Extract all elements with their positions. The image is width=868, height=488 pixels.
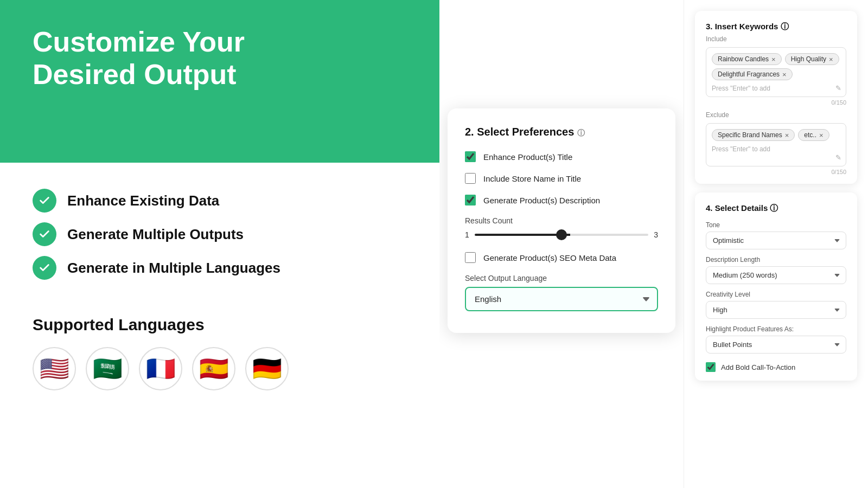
tag-high-quality-label: High Quality (791, 55, 826, 63)
keywords-exclude-area[interactable]: Specific Brand Names × etc.. × Press "En… (706, 123, 846, 166)
include-placeholder: Press "Enter" to add (712, 84, 840, 93)
checkbox-enhance-title-input[interactable] (465, 151, 476, 162)
tone-label: Tone (706, 221, 846, 229)
tone-select[interactable]: Optimistic Formal Casual Professional (706, 232, 846, 249)
checkbox-seo-meta[interactable]: Generate Product(s) SEO Meta Data (465, 252, 658, 263)
language-select-label: Select Output Language (465, 274, 658, 282)
supported-languages-title: Supported Languages (33, 316, 407, 334)
desc-length-select[interactable]: Short (100 words) Medium (250 words) Lon… (706, 266, 846, 284)
checkbox-seo-meta-label: Generate Product(s) SEO Meta Data (483, 253, 616, 262)
results-count-slider[interactable] (475, 234, 648, 236)
language-select[interactable]: English Arabic French Spanish German (465, 287, 658, 311)
tag-high-quality-remove[interactable]: × (829, 56, 833, 63)
tag-specific-brand-names[interactable]: Specific Brand Names × (712, 129, 795, 141)
keywords-exclude-label: Exclude (706, 111, 846, 119)
details-section-title: 4. Select Details ⓘ (706, 203, 846, 214)
preferences-info-icon[interactable]: ⓘ (577, 129, 585, 137)
include-edit-icon: ✎ (835, 84, 841, 92)
checkbox-enhance-title[interactable]: Enhance Product(s) Title (465, 151, 658, 162)
feature-label-multiple-outputs: Generate Multiple Outputs (67, 226, 244, 243)
check-icon-multiple-languages (33, 256, 56, 280)
main-title: Customize Your Desired Output (33, 26, 407, 91)
slider-max: 3 (654, 230, 658, 239)
preferences-card: 2. Select Preferences ⓘ Enhance Product(… (448, 108, 675, 333)
flag-sa: 🇸🇦 (86, 347, 129, 390)
middle-panel: 2. Select Preferences ⓘ Enhance Product(… (439, 0, 684, 488)
check-icon-multiple-outputs (33, 222, 56, 246)
bold-cta-label: Add Bold Call-To-Action (721, 363, 795, 371)
features-section: Enhance Existing Data Generate Multiple … (0, 163, 439, 280)
feature-label-enhance: Enhance Existing Data (67, 192, 219, 209)
feature-item-enhance: Enhance Existing Data (33, 189, 407, 213)
checkbox-store-name[interactable]: Include Store Name in Title (465, 173, 658, 184)
keywords-section-num: 3. (706, 22, 713, 31)
keywords-title: Insert Keywords (715, 22, 778, 31)
keywords-section-title: 3. Insert Keywords ⓘ (706, 22, 846, 32)
details-title: Select Details (715, 203, 768, 213)
main-title-line1: Customize Your (33, 26, 245, 57)
exclude-placeholder: Press "Enter" to add (712, 144, 840, 154)
tag-delightful-fragrances-label: Delightful Fragrances (718, 70, 780, 78)
bold-cta-row[interactable]: Add Bold Call-To-Action (706, 362, 846, 372)
tag-rainbow-candles-remove[interactable]: × (771, 56, 776, 63)
include-tags-row: Rainbow Candles × High Quality × Delight… (712, 53, 840, 80)
left-panel: Customize Your Desired Output Enhance Ex… (0, 0, 439, 488)
tag-delightful-fragrances-remove[interactable]: × (782, 71, 787, 78)
details-card: 4. Select Details ⓘ Tone Optimistic Form… (695, 192, 857, 381)
flag-de: 🇩🇪 (245, 347, 289, 390)
tag-etc-label: etc.. (804, 131, 816, 139)
checkbox-generate-desc-input[interactable] (465, 195, 476, 206)
right-panel: 3. Insert Keywords ⓘ Include Rainbow Can… (684, 0, 868, 488)
exclude-tags-row: Specific Brand Names × etc.. × (712, 129, 840, 141)
highlight-label: Highlight Product Features As: (706, 325, 846, 333)
bold-cta-checkbox[interactable] (706, 362, 716, 372)
creativity-select[interactable]: Low Medium High (706, 301, 846, 319)
checkbox-enhance-title-label: Enhance Product(s) Title (483, 152, 572, 162)
include-char-count: 0/150 (706, 99, 846, 106)
details-section-num: 4. (706, 203, 713, 213)
checkbox-store-name-label: Include Store Name in Title (483, 174, 581, 183)
flag-us: 🇺🇸 (33, 347, 76, 390)
tag-rainbow-candles-label: Rainbow Candles (718, 55, 769, 63)
preferences-section-num: 2. (465, 126, 474, 138)
checkbox-store-name-input[interactable] (465, 173, 476, 184)
tag-specific-brand-names-remove[interactable]: × (785, 132, 789, 139)
tag-etc[interactable]: etc.. × (798, 129, 829, 141)
check-icon-enhance (33, 189, 56, 213)
tag-high-quality[interactable]: High Quality × (785, 53, 839, 65)
creativity-label: Creativity Level (706, 291, 846, 298)
slider-min: 1 (465, 230, 469, 239)
languages-section: Supported Languages 🇺🇸 🇸🇦 🇫🇷 🇪🇸 🇩🇪 (0, 290, 439, 390)
checkbox-generate-desc[interactable]: Generate Product(s) Description (465, 195, 658, 206)
tag-rainbow-candles[interactable]: Rainbow Candles × (712, 53, 782, 65)
main-title-line2: Desired Output (33, 59, 237, 90)
highlight-select[interactable]: Bullet Points Numbered List Paragraph (706, 336, 846, 354)
flag-fr: 🇫🇷 (139, 347, 182, 390)
checkbox-generate-desc-label: Generate Product(s) Description (483, 196, 600, 205)
preferences-title: Select Preferences (477, 126, 574, 138)
green-header: Customize Your Desired Output (0, 0, 439, 163)
keywords-info-icon[interactable]: ⓘ (781, 22, 789, 31)
tag-delightful-fragrances[interactable]: Delightful Fragrances × (712, 68, 793, 80)
feature-item-multiple-outputs: Generate Multiple Outputs (33, 222, 407, 246)
keywords-card: 3. Insert Keywords ⓘ Include Rainbow Can… (695, 11, 857, 184)
feature-label-multiple-languages: Generate in Multiple Languages (67, 260, 280, 277)
preferences-card-title: 2. Select Preferences ⓘ (465, 126, 658, 138)
flag-row: 🇺🇸 🇸🇦 🇫🇷 🇪🇸 🇩🇪 (33, 347, 407, 390)
results-count-label: Results Count (465, 216, 658, 225)
tag-etc-remove[interactable]: × (819, 132, 824, 139)
desc-length-label: Description Length (706, 256, 846, 264)
flag-es: 🇪🇸 (192, 347, 235, 390)
checkbox-seo-meta-input[interactable] (465, 252, 476, 263)
slider-container: 1 3 (465, 230, 658, 239)
keywords-include-label: Include (706, 35, 846, 43)
exclude-char-count: 0/150 (706, 169, 846, 175)
tag-specific-brand-names-label: Specific Brand Names (718, 131, 782, 139)
exclude-edit-icon: ✎ (835, 153, 841, 162)
feature-item-multiple-languages: Generate in Multiple Languages (33, 256, 407, 280)
details-info-icon[interactable]: ⓘ (770, 203, 778, 213)
keywords-include-area[interactable]: Rainbow Candles × High Quality × Delight… (706, 47, 846, 97)
